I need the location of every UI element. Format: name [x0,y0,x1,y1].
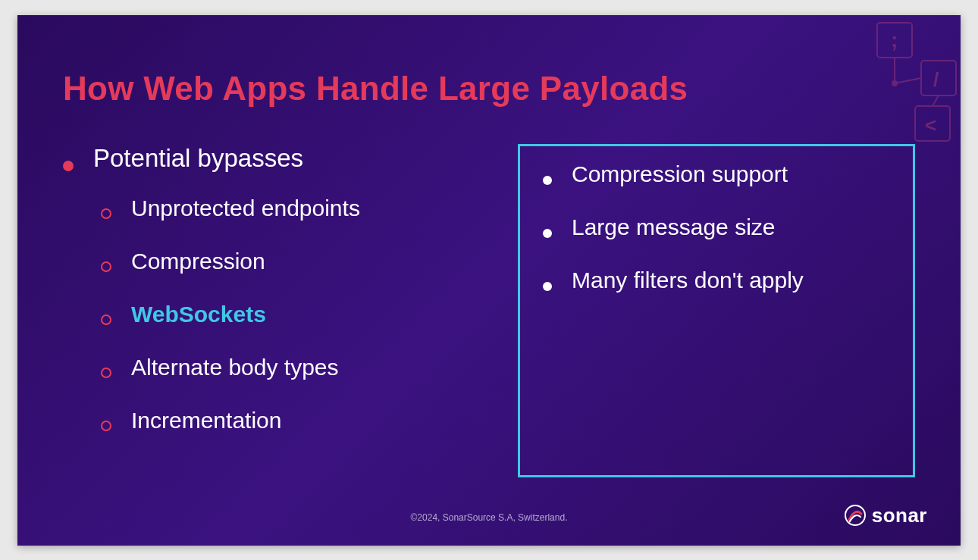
list-item: Large message size [543,214,890,240]
slide: ; / < How Web Apps Handle Large Payloads… [17,15,961,546]
left-item-text-highlight: WebSockets [131,302,266,327]
right-item-text: Many filters don't apply [572,267,804,293]
list-item: Many filters don't apply [543,267,890,293]
list-item: WebSockets [101,302,487,327]
bullet-circle-icon [101,421,111,431]
brand-name: sonar [872,504,927,527]
left-item-text: Unprotected endpoints [131,196,360,221]
svg-line-5 [933,95,939,106]
bullet-circle-icon [101,368,111,378]
left-item-text: Incrementation [131,408,281,433]
svg-text:/: / [933,68,939,91]
brand-logo: sonar [845,504,927,527]
bullet-circle-icon [101,261,111,272]
footer-copyright: ©2024, SonarSource S.A, Switzerland. [17,512,961,523]
list-item: Compression support [543,161,890,187]
bullet-circle-icon [101,314,111,325]
bullet-white-icon [543,229,552,238]
right-column-box: Compression support Large message size M… [518,144,915,477]
bullet-circle-icon [101,208,111,219]
list-item: Unprotected endpoints [101,196,487,221]
svg-point-6 [892,81,897,86]
list-item: Alternate body types [101,355,487,380]
slide-content: Potential bypasses Unprotected endpoints… [63,144,915,477]
svg-rect-2 [915,106,950,141]
bullet-disc-icon [63,161,74,171]
svg-rect-0 [877,23,912,58]
left-item-text: Compression [131,249,265,274]
list-item: Compression [101,249,487,274]
svg-rect-1 [921,61,956,95]
svg-text:;: ; [891,28,898,52]
svg-line-4 [895,78,921,83]
bullet-white-icon [543,282,552,291]
left-heading: Potential bypasses [93,144,303,173]
left-column: Potential bypasses Unprotected endpoints… [63,144,487,477]
right-item-text: Large message size [572,214,775,240]
list-item: Incrementation [101,408,487,433]
right-item-text: Compression support [572,161,788,187]
slide-title: How Web Apps Handle Large Payloads [63,70,688,108]
sonar-logo-icon [845,505,866,526]
left-item-text: Alternate body types [131,355,339,380]
bullet-white-icon [543,176,552,185]
svg-text:<: < [925,114,936,136]
list-item: Potential bypasses [63,144,487,173]
